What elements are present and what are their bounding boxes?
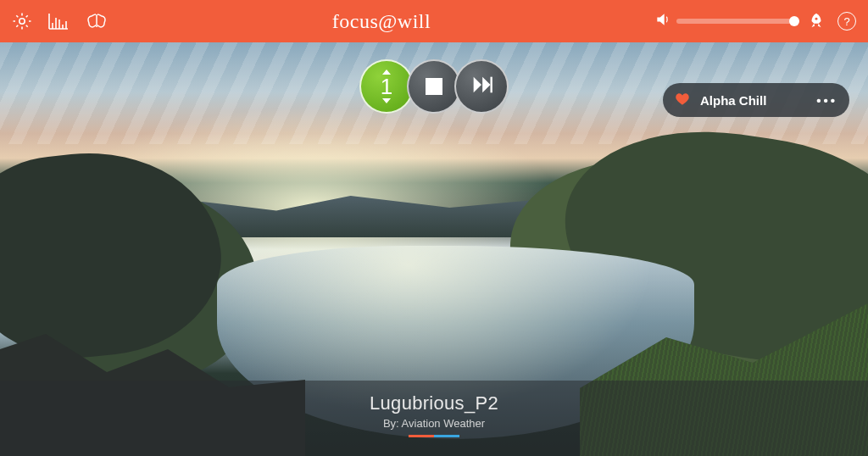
player-controls: 1: [363, 59, 505, 114]
top-bar: focus@will ?: [0, 0, 868, 42]
settings-icon[interactable]: [12, 11, 32, 31]
energy-level-value: 1: [381, 75, 392, 97]
artist-prefix: By:: [383, 417, 402, 430]
app-root: focus@will ?: [0, 0, 868, 456]
brand-logo: focus@will: [108, 10, 654, 33]
channel-menu-icon[interactable]: •••: [816, 93, 837, 108]
brain-icon[interactable]: [85, 11, 108, 31]
track-title: Lugubrious_P2: [0, 392, 868, 414]
volume-slider[interactable]: [676, 19, 795, 24]
channel-pill[interactable]: Alpha Chill •••: [663, 83, 849, 117]
svg-point-1: [815, 18, 818, 20]
channel-name: Alpha Chill: [700, 93, 766, 108]
skip-button[interactable]: [454, 59, 509, 114]
svg-rect-2: [491, 77, 492, 93]
top-bar-right: ?: [654, 11, 856, 31]
artist-name: Aviation Weather: [402, 417, 486, 430]
stats-icon[interactable]: [47, 11, 70, 31]
rocket-icon[interactable]: [807, 12, 826, 31]
track-artist: By: Aviation Weather: [0, 417, 868, 430]
chevron-down-icon: [382, 98, 391, 103]
heart-icon[interactable]: [675, 92, 690, 109]
now-playing-bar: Lugubrious_P2 By: Aviation Weather: [0, 381, 868, 456]
help-icon[interactable]: ?: [837, 12, 856, 31]
energy-level-button[interactable]: 1: [359, 59, 414, 114]
top-bar-left: [12, 11, 108, 31]
skip-forward-icon: [470, 73, 493, 100]
volume-control[interactable]: [654, 11, 795, 31]
stop-button[interactable]: [407, 59, 461, 114]
svg-point-0: [19, 19, 25, 24]
bg-hill-left: [0, 140, 231, 369]
stop-icon: [426, 78, 442, 95]
accent-underline: [0, 435, 868, 437]
volume-icon: [654, 11, 671, 31]
